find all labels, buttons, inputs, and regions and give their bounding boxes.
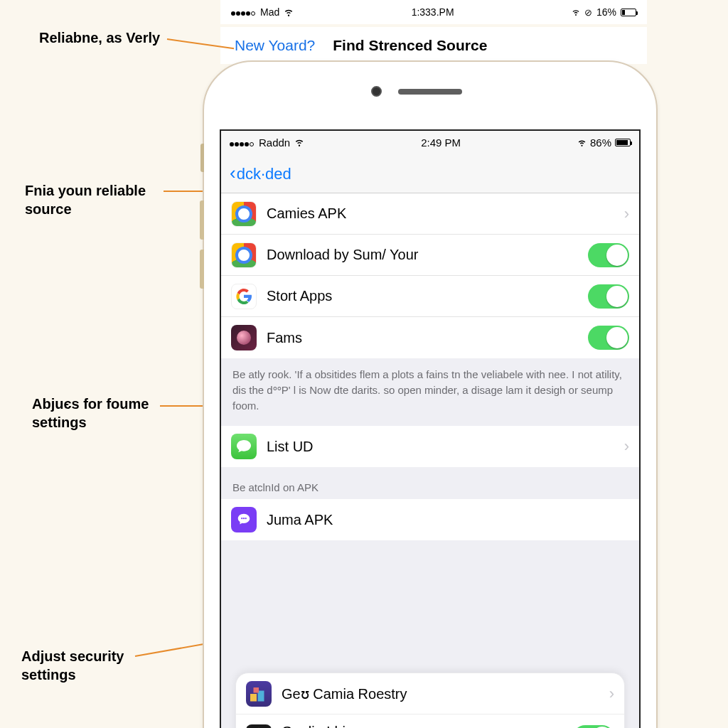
toggle-fams[interactable] [588, 326, 629, 350]
row-download-by[interactable]: Download by Sum/ Your [221, 235, 639, 276]
chrome-icon [231, 201, 257, 227]
settings-group-2: List UD › [221, 426, 639, 467]
phone-frame: Raddn 2:49 PM 86% ‹dck·ded Camies APK › [203, 60, 658, 728]
front-camera-icon [371, 86, 382, 97]
wifi-icon [294, 137, 304, 147]
juma-icon [231, 507, 257, 532]
outer-time: 1:333.PM [412, 6, 454, 18]
battery-pct: 86% [590, 136, 611, 149]
article-heading: New Yoard? Find Strenced Source [220, 27, 647, 64]
row-list-ud[interactable]: List UD › [221, 426, 639, 467]
toggle-goglie[interactable] [573, 725, 614, 729]
callout-source: Fnia youn reliablesource [25, 181, 146, 218]
outer-battery-pct: 16% [596, 6, 616, 18]
group-3-header: Be atclnId on APK [221, 467, 639, 499]
outer-status-bar: Mad 1:333.PM ⊘ 16% [220, 0, 647, 24]
back-button[interactable]: ‹dck·ded [230, 162, 291, 184]
speaker-grille-icon [398, 89, 462, 95]
settings-group-1: Camies APK › Download by Sum/ Your Stort… [221, 193, 639, 358]
group-1-footer: Be atly rook. 'If a obsitides flem a plo… [221, 358, 639, 426]
toggle-download[interactable] [588, 243, 629, 267]
svg-point-0 [241, 518, 242, 519]
settings-group-3: Juma APK [221, 499, 639, 540]
callout-security: Adjust securitysettings [21, 647, 124, 684]
svg-rect-3 [250, 694, 257, 702]
wifi-icon [572, 8, 580, 16]
battery-icon [621, 9, 636, 16]
heading-title: Find Strenced Source [333, 37, 487, 54]
phone-screen: Raddn 2:49 PM 86% ‹dck·ded Camies APK › [220, 129, 641, 728]
signal-dots-icon [231, 6, 256, 18]
battery-icon [615, 139, 631, 146]
row-camies-apk[interactable]: Camies APK › [221, 193, 639, 235]
row-juma-apk[interactable]: Juma APK [221, 499, 639, 540]
chrome-icon [231, 242, 257, 268]
messages-icon [231, 434, 257, 459]
callout-foume: Abjuєs for foumesettings [32, 395, 149, 432]
chevron-left-icon: ‹ [230, 162, 236, 183]
svg-point-2 [245, 518, 247, 519]
fams-icon [231, 325, 257, 350]
toggle-stort[interactable] [588, 284, 629, 309]
carrier-label: Raddn [259, 136, 290, 149]
heading-link[interactable]: New Yoard? [235, 37, 315, 54]
warning-icon [246, 724, 272, 729]
row-fams[interactable]: Fams [221, 317, 639, 358]
signal-dots-icon [230, 136, 255, 149]
chevron-right-icon: › [624, 437, 629, 456]
row-ges-camia[interactable]: Geʊ Camia Roestry › [236, 673, 624, 714]
svg-rect-5 [254, 687, 259, 693]
ges-icon [246, 681, 272, 707]
chevron-right-icon: › [609, 685, 614, 703]
outer-carrier-label: Mad [260, 6, 279, 18]
row-stort-apps[interactable]: Stort Apps [221, 276, 639, 317]
status-bar: Raddn 2:49 PM 86% [221, 131, 639, 154]
nav-bar: ‹dck·ded [221, 154, 639, 193]
callout-reliable: Reliabne, as Verly [39, 28, 160, 47]
google-icon [231, 284, 257, 309]
wifi-icon [284, 7, 294, 17]
svg-point-1 [243, 518, 245, 519]
chevron-right-icon: › [624, 205, 629, 223]
bottom-card: Geʊ Camia Roestry › Goglie Łhic No ñover… [235, 673, 625, 728]
row-goglie[interactable]: Goglie Łhic No ñovery, Vices [236, 714, 624, 728]
status-time: 2:49 PM [421, 136, 461, 149]
wifi-icon [577, 138, 587, 147]
